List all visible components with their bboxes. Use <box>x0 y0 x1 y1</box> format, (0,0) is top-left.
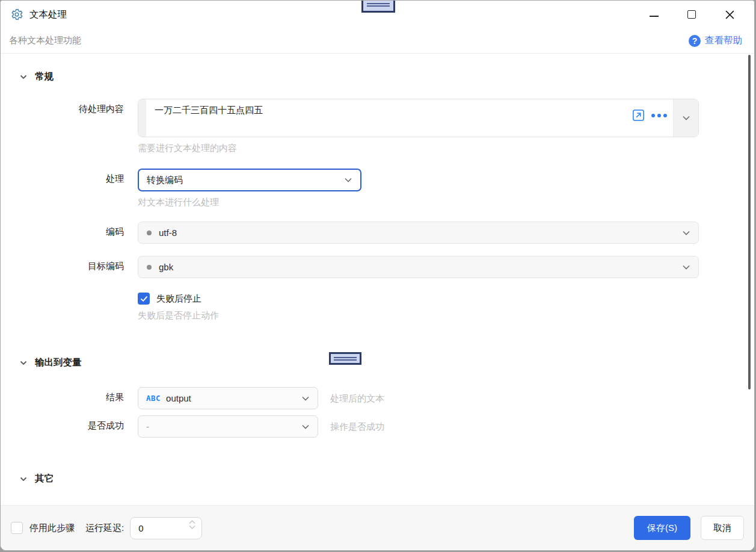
help-label: 查看帮助 <box>705 34 742 47</box>
dialog-content: 常规 待处理内容 一万二千三百四十五点四五 <box>1 54 754 505</box>
success-help: 操作是否成功 <box>330 415 384 438</box>
section-output-label: 输出到变量 <box>35 356 82 369</box>
result-help: 处理后的文本 <box>330 387 384 409</box>
chevron-up-icon <box>188 519 196 524</box>
chevron-down-icon <box>343 175 353 185</box>
window-title: 文本处理 <box>29 8 67 21</box>
chevron-down-icon <box>188 525 196 530</box>
result-row: 结果 ABC output 处理后的文本 <box>1 387 754 409</box>
content-input-gutter <box>138 99 146 137</box>
section-general[interactable]: 常规 <box>1 70 754 83</box>
content-field-help: 需要进行文本处理的内容 <box>138 143 699 154</box>
target-encoding-row: 目标编码 gbk <box>1 256 754 278</box>
stop-on-fail-help: 失败后是否停止动作 <box>138 310 699 321</box>
section-other-label: 其它 <box>35 473 54 485</box>
close-button[interactable] <box>725 10 735 20</box>
content-field-label: 待处理内容 <box>1 99 124 115</box>
process-row: 处理 转换编码 对文本进行什么处理 <box>1 169 754 208</box>
section-other[interactable]: 其它 <box>1 473 754 485</box>
target-encoding-select[interactable]: gbk <box>138 256 699 278</box>
delay-label: 运行延迟: <box>85 523 124 534</box>
target-encoding-label: 目标编码 <box>1 256 124 272</box>
minimize-button[interactable] <box>650 16 659 17</box>
more-options-icon[interactable] <box>651 108 667 122</box>
checkbox-checked-icon <box>138 293 150 305</box>
section-output[interactable]: 输出到变量 <box>1 356 754 369</box>
stop-on-fail-checkbox[interactable]: 失败后停止 <box>138 293 699 305</box>
window-controls <box>650 10 735 20</box>
view-help-link[interactable]: ? 查看帮助 <box>689 34 742 47</box>
gear-icon <box>10 8 23 21</box>
process-select[interactable]: 转换编码 <box>138 169 361 191</box>
variable-type-tag: ABC <box>146 394 161 403</box>
stop-on-fail-row: 失败后停止 失败后是否停止动作 <box>1 293 754 321</box>
disable-step-label: 停用此步骤 <box>29 523 75 534</box>
content-input-expand[interactable] <box>673 99 698 137</box>
process-help: 对文本进行什么处理 <box>138 197 699 208</box>
process-label: 处理 <box>1 169 124 185</box>
success-label: 是否成功 <box>1 415 124 432</box>
text-process-dialog: 文本处理 各种文本处理功能 ? 查看帮助 常规 待处理内容 <box>0 0 755 551</box>
stop-on-fail-label: 失败后停止 <box>156 293 201 305</box>
dialog-subtitle: 各种文本处理功能 <box>9 35 81 46</box>
chevron-down-icon <box>301 422 310 432</box>
content-field-row: 待处理内容 一万二千三百四十五点四五 <box>1 99 754 154</box>
success-variable-select[interactable]: - <box>138 415 318 438</box>
chevron-down-icon <box>681 113 691 123</box>
chevron-down-icon <box>681 262 691 272</box>
content-input[interactable]: 一万二千三百四十五点四五 <box>138 99 699 137</box>
target-encoding-select-value: gbk <box>159 262 173 272</box>
option-bullet-icon <box>147 265 152 270</box>
chevron-down-icon <box>19 475 28 483</box>
content-input-value: 一万二千三百四十五点四五 <box>155 105 263 137</box>
chevron-down-icon <box>681 228 691 238</box>
maximize-button[interactable] <box>687 10 696 19</box>
encoding-select-value: utf-8 <box>159 228 177 238</box>
encoding-select[interactable]: utf-8 <box>138 222 699 244</box>
dialog-footer: 停用此步骤 运行延迟: 保存(S) 取消 <box>1 505 754 550</box>
process-select-value: 转换编码 <box>147 175 183 186</box>
result-variable-value: output <box>166 393 191 403</box>
vertical-scrollbar[interactable] <box>748 55 751 389</box>
success-row: 是否成功 - 操作是否成功 <box>1 415 754 438</box>
sub-header: 各种文本处理功能 ? 查看帮助 <box>1 28 754 54</box>
result-variable-select[interactable]: ABC output <box>138 387 318 409</box>
chevron-down-icon <box>19 359 28 367</box>
number-stepper[interactable] <box>188 519 196 530</box>
encoding-row: 编码 utf-8 <box>1 222 754 244</box>
disable-step-checkbox[interactable]: 停用此步骤 <box>11 522 75 534</box>
option-bullet-icon <box>147 231 152 235</box>
save-button[interactable]: 保存(S) <box>634 516 690 540</box>
chevron-down-icon <box>301 394 310 403</box>
result-label: 结果 <box>1 387 124 403</box>
checkbox-unchecked-icon <box>11 522 23 534</box>
encoding-label: 编码 <box>1 222 124 238</box>
section-general-label: 常规 <box>35 70 54 83</box>
help-icon: ? <box>689 35 701 47</box>
drag-handle-top[interactable] <box>361 0 395 13</box>
success-variable-value: - <box>146 421 149 432</box>
chevron-down-icon <box>19 73 28 81</box>
open-external-icon[interactable] <box>632 108 645 122</box>
delay-input-wrap <box>130 517 202 539</box>
cancel-button[interactable]: 取消 <box>701 516 744 540</box>
drag-handle-middle[interactable] <box>329 352 361 365</box>
